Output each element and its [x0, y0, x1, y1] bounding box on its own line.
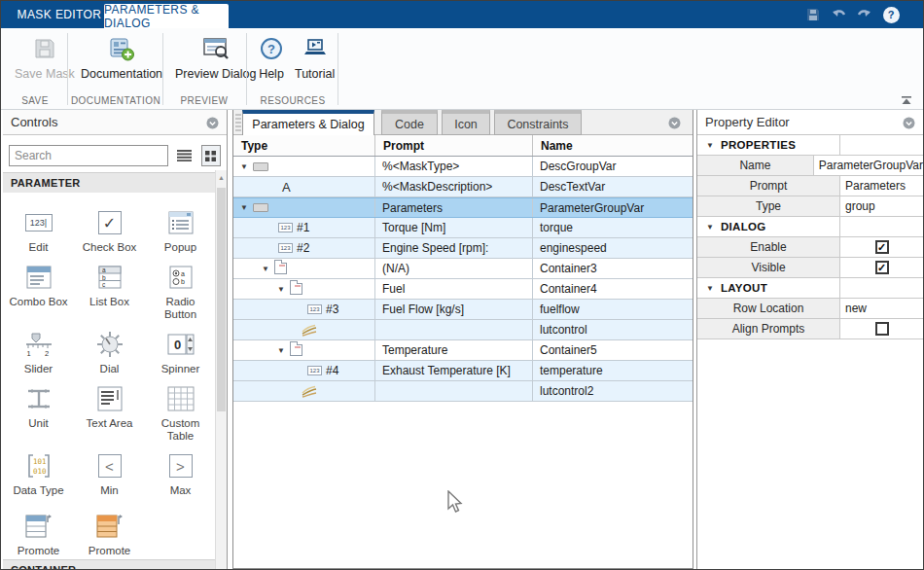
parameter-palette: 123| Edit ✓ Check Box: [3, 199, 216, 569]
search-input[interactable]: [9, 145, 168, 166]
documentation-button[interactable]: Documentation: [75, 34, 168, 83]
undo-icon: [831, 8, 847, 21]
collapse-toolstrip-button[interactable]: [900, 95, 913, 105]
palette-item-data-type[interactable]: 101 010 Data Type: [3, 443, 74, 497]
promote-many-icon: [95, 513, 124, 540]
column-type[interactable]: Type: [233, 135, 375, 156]
name-value[interactable]: ParameterGroupVar: [814, 156, 923, 175]
align-prompts-checkbox[interactable]: [875, 322, 889, 336]
collapse-property-editor-button[interactable]: [903, 117, 915, 129]
tree-row[interactable]: 123#2 Engine Speed [rpm]: enginespeed: [233, 238, 693, 259]
svg-text:b: b: [102, 274, 106, 281]
tree-row[interactable]: 123#3 Fuel Flow [kg/s] fuelflow: [233, 300, 693, 320]
toolstrip: Save Mask Documentation: [1, 28, 923, 110]
redo-button[interactable]: [853, 5, 874, 24]
tree-row[interactable]: 123#4 Exhaust Temperature [K] temperatur…: [233, 361, 693, 381]
expander-icon[interactable]: ▼: [705, 223, 715, 232]
tree-column-headers: Type Prompt Name: [233, 135, 693, 157]
edit-icon: 123|: [25, 214, 53, 232]
palette-item-list-box[interactable]: a b c List Box: [74, 254, 145, 321]
property-editor-panel: Property Editor ▼PROPERTIES Name Paramet…: [696, 110, 923, 569]
controls-scrollbar[interactable]: ▲: [215, 170, 227, 569]
list-view-icon: [177, 150, 192, 161]
prompt-value[interactable]: Parameters: [840, 176, 923, 196]
tree-row[interactable]: lutcontrol2: [233, 381, 693, 402]
tab-constraints[interactable]: Constraints: [494, 110, 582, 135]
section-container[interactable]: CONTAINER: [3, 559, 216, 569]
palette-item-slider[interactable]: 1 2 Slider: [3, 321, 74, 375]
palette-item-text-area[interactable]: Text Area: [74, 375, 145, 443]
expander-icon[interactable]: ▼: [261, 265, 270, 273]
palette-item-radio-button[interactable]: a b Radio Button: [145, 254, 216, 321]
dial-icon: [96, 331, 124, 358]
section-parameter[interactable]: PARAMETER: [3, 172, 216, 193]
section-properties[interactable]: ▼PROPERTIES: [697, 135, 923, 156]
enable-checkbox[interactable]: [875, 240, 889, 254]
tab-icon[interactable]: Icon: [442, 110, 490, 135]
section-dialog[interactable]: ▼DIALOG: [697, 217, 923, 237]
tab-parameters-dialog[interactable]: PARAMETERS & DIALOG: [104, 4, 229, 28]
unit-icon: [24, 387, 53, 410]
documentation-icon: [108, 36, 135, 61]
expander-icon[interactable]: ▼: [276, 285, 286, 294]
property-editor-title: Property Editor: [705, 115, 790, 129]
check-box-icon: ✓: [98, 211, 122, 234]
palette-item-custom-table[interactable]: Custom Table: [145, 375, 216, 443]
titlebar-help-button[interactable]: ?: [880, 5, 902, 24]
scrollbar-thumb[interactable]: [217, 188, 226, 411]
scroll-up-icon: ▲: [218, 174, 225, 181]
palette-item-max[interactable]: > Max: [145, 443, 216, 497]
tree-row[interactable]: 123#1 Torque [Nm] torque: [233, 218, 693, 238]
controls-search-row: [3, 139, 227, 172]
svg-text:a: a: [102, 267, 106, 273]
palette-item-check-box[interactable]: ✓ Check Box: [74, 199, 145, 254]
property-row-align-prompts: Align Prompts: [697, 319, 923, 339]
save-quick-button[interactable]: [802, 5, 824, 24]
expander-icon[interactable]: ▼: [239, 203, 249, 212]
toolbar-separator: [162, 33, 163, 105]
tree-row[interactable]: ▼ Fuel Container4: [233, 279, 693, 300]
section-layout[interactable]: ▼LAYOUT: [697, 278, 923, 299]
collapse-up-icon: [900, 95, 913, 105]
drag-grip[interactable]: [235, 114, 241, 131]
visible-checkbox[interactable]: [875, 261, 889, 274]
expander-icon[interactable]: ▼: [705, 284, 715, 293]
save-mask-button[interactable]: Save Mask: [9, 34, 81, 83]
preview-dialog-button[interactable]: Preview Dialog: [169, 34, 262, 83]
collapse-controls-button[interactable]: [206, 117, 219, 129]
help-button[interactable]: ? Help: [253, 34, 290, 83]
list-view-button[interactable]: [175, 145, 195, 166]
tab-mask-editor[interactable]: MASK EDITOR: [15, 1, 104, 28]
palette-item-spinner[interactable]: 0 Spinner: [145, 321, 216, 375]
svg-text:a: a: [181, 270, 185, 277]
palette-item-unit[interactable]: Unit: [3, 375, 74, 443]
undo-button[interactable]: [828, 5, 849, 24]
column-name[interactable]: Name: [533, 135, 693, 156]
grid-view-button[interactable]: [201, 145, 221, 166]
tree-row[interactable]: ▼ Temperature Container5: [233, 340, 693, 361]
tree-row-selected[interactable]: ▼ Parameters ParameterGroupVar: [233, 197, 693, 218]
data-type-icon: 101 010: [25, 453, 53, 479]
grid-view-icon: [204, 150, 217, 162]
type-value[interactable]: group: [840, 196, 923, 216]
row-location-value[interactable]: new: [840, 299, 923, 318]
tree-row[interactable]: ▼ %<MaskType> DescGroupVar: [233, 157, 693, 177]
palette-item-popup[interactable]: Popup: [145, 199, 216, 254]
tree-row[interactable]: lutcontrol: [233, 320, 693, 340]
column-prompt[interactable]: Prompt: [375, 135, 533, 156]
tree-row[interactable]: ▼ (N/A) Container3: [233, 259, 693, 279]
spinner-icon: 0: [167, 334, 195, 355]
tab-code[interactable]: Code: [381, 110, 438, 135]
expander-icon[interactable]: ▼: [239, 162, 249, 171]
tutorial-button[interactable]: Tutorial: [289, 34, 340, 83]
expander-icon[interactable]: ▼: [705, 141, 715, 150]
palette-item-edit[interactable]: 123| Edit: [3, 199, 74, 254]
expander-icon[interactable]: ▼: [276, 346, 286, 355]
palette-item-combo-box[interactable]: Combo Box: [3, 254, 74, 321]
palette-item-min[interactable]: < Min: [74, 443, 145, 497]
collapse-editor-button[interactable]: [668, 117, 681, 129]
tab-parameters-dialog-editor[interactable]: Parameters & Dialog: [242, 110, 374, 135]
toolbar-separator: [338, 33, 338, 105]
tree-row[interactable]: A %<MaskDescription> DescTextVar: [233, 177, 693, 197]
palette-item-dial[interactable]: Dial: [74, 321, 145, 375]
